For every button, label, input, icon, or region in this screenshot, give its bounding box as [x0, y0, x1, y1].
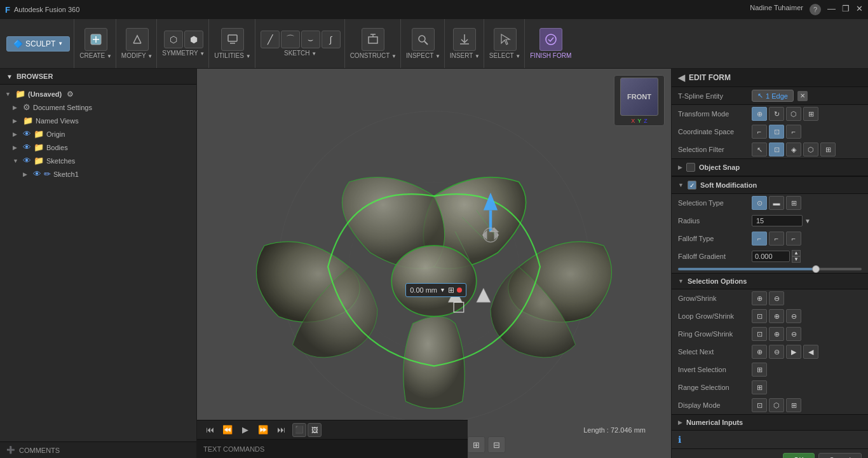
transform-mode-btn-2[interactable]: ↻: [769, 107, 784, 121]
browser-expand-icon[interactable]: ▼: [6, 73, 13, 80]
symmetry-icon-1[interactable]: ⬡: [164, 31, 183, 48]
mode-icon-2[interactable]: 🖼: [308, 423, 322, 437]
create-label[interactable]: CREATE ▼: [79, 52, 112, 59]
select-icon[interactable]: [494, 28, 517, 51]
dim-dropdown-icon[interactable]: ▼: [440, 287, 445, 293]
next-btn-1[interactable]: ⊕: [752, 345, 767, 359]
sculpt-button[interactable]: 🔷 SCULPT ▼: [6, 36, 70, 52]
transform-mode-btn-3[interactable]: ⬡: [786, 107, 801, 121]
ok-button[interactable]: OK: [783, 453, 815, 458]
anim-end[interactable]: ⏭: [275, 424, 287, 436]
tree-item-named-views[interactable]: ▶ 📁 Named Views: [0, 114, 196, 127]
entity-close-button[interactable]: ✕: [797, 91, 808, 101]
construct-label[interactable]: CONSTRUCT ▼: [350, 52, 397, 59]
soft-mod-section[interactable]: ▼ ✓ Soft Modification: [672, 176, 868, 194]
sketch-label[interactable]: SKETCH ▼: [284, 50, 316, 57]
next-btn-4[interactable]: ◀: [803, 345, 818, 359]
falloff-slider[interactable]: [678, 268, 862, 270]
filter-btn-1[interactable]: ↖: [752, 142, 767, 156]
object-snap-section[interactable]: ▶ Object Snap: [672, 158, 868, 176]
insert-icon[interactable]: [453, 28, 476, 51]
slider-thumb[interactable]: [812, 265, 820, 273]
maximize-button[interactable]: ❐: [842, 4, 850, 15]
sel-type-btn-1[interactable]: ⊙: [752, 196, 767, 210]
user-name[interactable]: Nadine Tuhaimer: [750, 4, 803, 15]
entity-badge[interactable]: ↖ 1 Edge: [752, 90, 794, 102]
sketch-icon-4[interactable]: ∫: [322, 31, 341, 48]
sketch-icon-2[interactable]: ⌒: [281, 31, 300, 48]
view-cube[interactable]: FRONT X Y Z: [614, 75, 665, 126]
sketch-icon-3[interactable]: ⌣: [301, 31, 320, 48]
help-button[interactable]: ?: [810, 4, 821, 15]
select-label[interactable]: SELECT ▼: [489, 52, 520, 59]
filter-btn-4[interactable]: ⬡: [803, 142, 818, 156]
selection-options-section[interactable]: ▼ Selection Options: [672, 273, 868, 289]
inspect-icon[interactable]: [412, 28, 435, 51]
loop-shrink-btn[interactable]: ⊖: [786, 309, 801, 323]
falloff-spin-up[interactable]: ▲: [792, 250, 801, 256]
dim-plus-icon[interactable]: ⊞: [448, 286, 454, 295]
transform-mode-btn-1[interactable]: ⊕: [752, 107, 767, 121]
loop-grow-btn[interactable]: ⊕: [769, 309, 784, 323]
inspect-label[interactable]: INSPECT ▼: [406, 52, 440, 59]
tree-item-origin[interactable]: ▶ 👁 📁 Origin: [0, 127, 196, 141]
object-snap-checkbox[interactable]: [686, 163, 695, 172]
soft-mod-checkbox[interactable]: ✓: [688, 181, 696, 190]
sel-type-btn-2[interactable]: ▬: [769, 196, 784, 210]
disp-btn-2[interactable]: ⬡: [769, 398, 784, 412]
root-settings-icon[interactable]: ⚙: [67, 90, 74, 99]
create-icon[interactable]: [85, 28, 107, 51]
symmetry-label[interactable]: SYMMETRY ▼: [162, 50, 205, 57]
viewport[interactable]: 0.00 mm ▼ ⊞ FRONT X Y Z ⟳ ⊕: [197, 69, 671, 458]
minimize-button[interactable]: —: [827, 4, 836, 15]
filter-btn-3[interactable]: ◈: [786, 142, 801, 156]
coord-btn-2[interactable]: ⊡: [769, 125, 784, 139]
transform-mode-btn-4[interactable]: ⊞: [803, 107, 818, 121]
finish-icon[interactable]: [539, 28, 562, 51]
finish-label[interactable]: FINISH FORM: [530, 52, 571, 59]
sketch-icon-1[interactable]: ╱: [261, 31, 280, 48]
panel-close-icon[interactable]: ◀: [678, 73, 685, 83]
modify-icon[interactable]: [126, 28, 149, 51]
grid-button[interactable]: ⊞: [468, 436, 485, 453]
grow-btn[interactable]: ⊕: [752, 291, 767, 305]
tree-item-root[interactable]: ▼ 📁 (Unsaved) ⚙: [0, 87, 196, 101]
cancel-button[interactable]: Cancel: [818, 453, 862, 458]
radius-input[interactable]: [752, 215, 803, 226]
comments-bar[interactable]: ➕ COMMENTS: [0, 441, 196, 458]
display-button[interactable]: ⊟: [488, 436, 506, 453]
coord-btn-3[interactable]: ⌐: [786, 125, 801, 139]
tree-item-sketches[interactable]: ▼ 👁 📁 Sketches: [0, 154, 196, 167]
modify-label[interactable]: MODIFY ▼: [121, 52, 153, 59]
falloff-btn-1[interactable]: ⌐: [752, 232, 767, 246]
ring-grow-btn[interactable]: ⊕: [769, 327, 784, 341]
loop-icon[interactable]: ⊡: [752, 309, 767, 323]
close-button[interactable]: ✕: [856, 4, 863, 15]
tree-item-bodies[interactable]: ▶ 👁 📁 Bodies: [0, 141, 196, 154]
disp-btn-3[interactable]: ⊞: [786, 398, 801, 412]
next-btn-2[interactable]: ⊖: [769, 345, 784, 359]
next-btn-3[interactable]: ▶: [786, 345, 801, 359]
insert-label[interactable]: INSERT ▼: [450, 52, 480, 59]
toolbar-sculpt[interactable]: 🔷 SCULPT ▼: [3, 19, 74, 68]
dimension-input[interactable]: 0.00 mm ▼ ⊞: [405, 283, 466, 297]
radius-dropdown-icon[interactable]: ▼: [804, 218, 811, 225]
symmetry-icon-2[interactable]: ⬢: [184, 31, 203, 48]
falloff-spin-down[interactable]: ▼: [792, 256, 801, 263]
tree-item-docsettings[interactable]: ▶ ⚙ Document Settings: [0, 101, 196, 114]
anim-play[interactable]: ▶: [239, 424, 252, 436]
invert-btn[interactable]: ⊞: [752, 363, 767, 377]
anim-prev[interactable]: ⏪: [221, 424, 234, 436]
coord-btn-1[interactable]: ⌐: [752, 125, 767, 139]
ring-icon[interactable]: ⊡: [752, 327, 767, 341]
falloff-gradient-input[interactable]: [752, 251, 790, 262]
utilities-icon[interactable]: [221, 28, 244, 51]
disp-btn-1[interactable]: ⊡: [752, 398, 767, 412]
anim-start[interactable]: ⏮: [203, 424, 216, 436]
shrink-btn[interactable]: ⊖: [769, 291, 784, 305]
ring-shrink-btn[interactable]: ⊖: [786, 327, 801, 341]
anim-next[interactable]: ⏩: [257, 424, 269, 436]
falloff-btn-2[interactable]: ⌐: [769, 232, 784, 246]
tree-item-sketch1[interactable]: ▶ 👁 ✏ Sketch1: [0, 167, 196, 181]
range-btn[interactable]: ⊞: [752, 380, 767, 394]
